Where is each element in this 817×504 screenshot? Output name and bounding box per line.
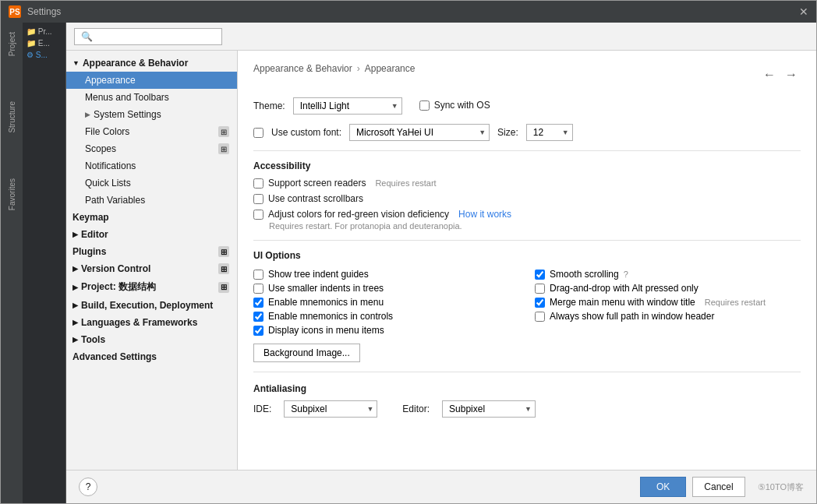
sidebar-favorites-tab[interactable]: Favorites <box>5 172 19 217</box>
nav-item-appearance[interactable]: Appearance <box>66 72 237 89</box>
nav-item-quick-lists[interactable]: Quick Lists <box>66 174 237 192</box>
watermark-text: ⑤10TO博客 <box>758 481 804 493</box>
size-label: Size: <box>497 127 518 138</box>
window-title: Settings <box>27 6 793 17</box>
app-icon: PS <box>9 5 21 18</box>
nav-collapse-arrow: ▼ <box>73 59 80 67</box>
nav-buttons: ← → <box>760 66 801 83</box>
theme-label: Theme: <box>253 100 285 111</box>
mnemonics-controls-row: Enable mnemonics in controls <box>253 309 519 323</box>
font-select-wrapper: Microsoft YaHei UI <box>349 124 490 141</box>
font-select[interactable]: Microsoft YaHei UI <box>349 124 490 141</box>
contrast-scrollbars-row: Use contrast scrollbars <box>253 193 801 204</box>
mnemonics-menu-row: Enable mnemonics in menu <box>253 295 519 309</box>
ui-options-header: UI Options <box>253 250 801 261</box>
sidebar-structure-tab[interactable]: Structure <box>5 95 19 139</box>
breadcrumb: Appearance & Behavior › Appearance <box>253 63 415 74</box>
cancel-button[interactable]: Cancel <box>692 477 744 497</box>
nav-arrow-tools: ▶ <box>73 336 78 344</box>
sync-os-label: Sync with OS <box>434 100 490 111</box>
nav-item-build[interactable]: ▶ Build, Execution, Deployment <box>66 297 237 314</box>
how-it-works-link[interactable]: How it works <box>458 209 511 220</box>
back-button[interactable]: ← <box>760 66 779 83</box>
nav-item-keymap[interactable]: Keymap <box>66 209 237 226</box>
screen-readers-checkbox[interactable] <box>253 178 263 189</box>
size-select[interactable]: 12 11 13 14 <box>526 124 573 141</box>
ok-button[interactable]: OK <box>640 477 686 497</box>
display-icons-label: Display icons in menu items <box>268 325 384 336</box>
antialiasing-header: Antialiasing <box>253 383 801 394</box>
file-panel-item[interactable]: 📁 Pr... <box>24 26 64 37</box>
nav-item-languages[interactable]: ▶ Languages & Frameworks <box>66 314 237 331</box>
screen-readers-row: Support screen readers Requires restart <box>253 178 801 189</box>
ide-aa-select[interactable]: Subpixel Greyscale No antialiasing <box>284 400 377 418</box>
antialiasing-fields: IDE: Subpixel Greyscale No antialiasing … <box>253 400 801 418</box>
nav-item-path-variables[interactable]: Path Variables <box>66 192 237 209</box>
theme-select[interactable]: IntelliJ Light Darcula High Contrast <box>293 97 402 115</box>
tree-indent-checkbox[interactable] <box>253 270 263 280</box>
custom-font-row: Use custom font: Microsoft YaHei UI Size… <box>253 124 801 141</box>
settings-search-input[interactable] <box>74 28 222 45</box>
nav-item-plugins[interactable]: Plugins ⊞ <box>66 243 237 260</box>
custom-font-checkbox[interactable] <box>253 128 263 138</box>
nav-item-system-settings[interactable]: ▶ System Settings <box>66 106 237 123</box>
close-button[interactable]: ✕ <box>799 5 808 18</box>
display-icons-checkbox[interactable] <box>253 326 263 336</box>
mnemonics-menu-label: Enable mnemonics in menu <box>268 297 384 308</box>
nav-arrow-project: ▶ <box>73 284 78 291</box>
smaller-indents-label: Use smaller indents in trees <box>268 283 384 294</box>
drag-drop-row: Drag-and-drop with Alt pressed only <box>535 281 801 295</box>
content-area: Project Structure Favorites 📁 Pr... 📁 E.… <box>1 23 816 503</box>
color-vision-note: Requires restart. For protanopia and deu… <box>269 221 801 231</box>
help-button[interactable]: ? <box>79 478 97 496</box>
nav-item-notifications[interactable]: Notifications <box>66 157 237 174</box>
file-panel: 📁 Pr... 📁 E... ⚙ S... <box>23 23 66 503</box>
smaller-indents-checkbox[interactable] <box>253 284 263 294</box>
nav-item-advanced-settings[interactable]: Advanced Settings <box>66 348 237 365</box>
accessibility-header: Accessibility <box>253 160 801 171</box>
tree-indent-label: Show tree indent guides <box>268 269 369 280</box>
scopes-badge: ⊞ <box>218 143 229 154</box>
drag-drop-label: Drag-and-drop with Alt pressed only <box>550 283 699 294</box>
color-vision-checkbox[interactable] <box>253 210 263 220</box>
color-vision-checkbox-row: Adjust colors for red-green vision defic… <box>253 209 801 220</box>
file-panel-item3[interactable]: ⚙ S... <box>24 49 64 61</box>
nav-arrow-vc: ▶ <box>73 265 78 273</box>
color-vision-label: Adjust colors for red-green vision defic… <box>268 209 449 220</box>
color-vision-row: Adjust colors for red-green vision defic… <box>253 209 801 231</box>
nav-item-project[interactable]: ▶ Project: 数据结构 ⊞ <box>66 277 237 297</box>
full-path-checkbox[interactable] <box>535 312 545 322</box>
editor-aa-select[interactable]: Subpixel Greyscale No antialiasing <box>442 400 536 418</box>
sync-os-checkbox[interactable] <box>419 100 430 111</box>
ui-options-grid: Show tree indent guides Use smaller inde… <box>253 267 801 337</box>
background-image-button[interactable]: Background Image... <box>253 344 360 362</box>
sidebar-project-tab[interactable]: Project <box>5 26 19 62</box>
forward-button[interactable]: → <box>782 66 801 83</box>
drag-drop-checkbox[interactable] <box>535 284 545 294</box>
nav-item-version-control[interactable]: ▶ Version Control ⊞ <box>66 260 237 277</box>
mnemonics-controls-checkbox[interactable] <box>253 312 263 322</box>
nav-item-tools[interactable]: ▶ Tools <box>66 331 237 348</box>
merge-menu-checkbox[interactable] <box>535 298 545 308</box>
title-bar: PS Settings ✕ <box>1 1 816 23</box>
nav-item-scopes[interactable]: Scopes ⊞ <box>66 140 237 157</box>
smooth-scrolling-help-icon[interactable]: ? <box>624 270 628 279</box>
smooth-scrolling-checkbox[interactable] <box>535 270 545 280</box>
nav-item-appearance-behavior[interactable]: ▼ Appearance & Behavior <box>66 55 237 72</box>
settings-dialog: ▼ Appearance & Behavior Appearance Menus… <box>66 23 816 503</box>
divider1 <box>253 150 801 151</box>
file-panel-item2[interactable]: 📁 E... <box>24 37 64 49</box>
smaller-indents-row: Use smaller indents in trees <box>253 281 519 295</box>
ide-aa-label: IDE: <box>253 404 271 414</box>
merge-menu-note: Requires restart <box>705 298 766 307</box>
nav-item-editor[interactable]: ▶ Editor <box>66 226 237 243</box>
merge-menu-row: Merge main menu with window title Requir… <box>535 295 801 309</box>
contrast-scrollbars-checkbox[interactable] <box>253 194 263 204</box>
divider2 <box>253 240 801 241</box>
size-select-wrapper: 12 11 13 14 <box>526 124 573 141</box>
custom-font-label: Use custom font: <box>271 127 341 138</box>
nav-item-menus-toolbars[interactable]: Menus and Toolbars <box>66 89 237 106</box>
dialog-footer: ? OK Cancel ⑤10TO博客 <box>66 470 816 503</box>
mnemonics-menu-checkbox[interactable] <box>253 298 263 308</box>
nav-item-file-colors[interactable]: File Colors ⊞ <box>66 123 237 140</box>
